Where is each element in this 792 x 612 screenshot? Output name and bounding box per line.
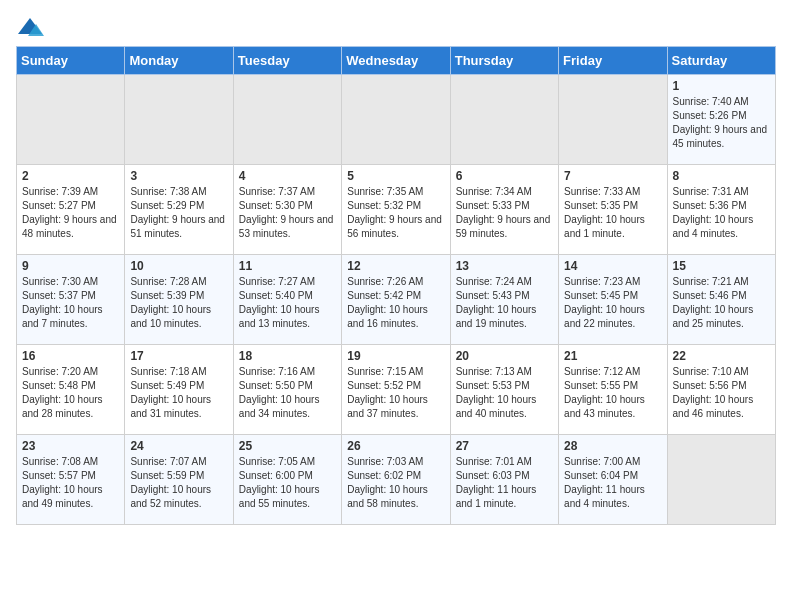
calendar-cell: 5Sunrise: 7:35 AM Sunset: 5:32 PM Daylig… — [342, 165, 450, 255]
day-number: 28 — [564, 439, 661, 453]
day-number: 17 — [130, 349, 227, 363]
day-info: Sunrise: 7:26 AM Sunset: 5:42 PM Dayligh… — [347, 275, 444, 331]
day-number: 21 — [564, 349, 661, 363]
day-number: 8 — [673, 169, 770, 183]
day-of-week-header: Friday — [559, 47, 667, 75]
day-info: Sunrise: 7:01 AM Sunset: 6:03 PM Dayligh… — [456, 455, 553, 511]
day-of-week-header: Sunday — [17, 47, 125, 75]
calendar-cell: 10Sunrise: 7:28 AM Sunset: 5:39 PM Dayli… — [125, 255, 233, 345]
day-number: 26 — [347, 439, 444, 453]
calendar-week-row: 23Sunrise: 7:08 AM Sunset: 5:57 PM Dayli… — [17, 435, 776, 525]
day-number: 3 — [130, 169, 227, 183]
calendar-cell — [342, 75, 450, 165]
day-info: Sunrise: 7:21 AM Sunset: 5:46 PM Dayligh… — [673, 275, 770, 331]
day-of-week-header: Tuesday — [233, 47, 341, 75]
calendar-week-row: 2Sunrise: 7:39 AM Sunset: 5:27 PM Daylig… — [17, 165, 776, 255]
calendar-cell — [17, 75, 125, 165]
day-info: Sunrise: 7:38 AM Sunset: 5:29 PM Dayligh… — [130, 185, 227, 241]
day-number: 9 — [22, 259, 119, 273]
calendar-cell: 2Sunrise: 7:39 AM Sunset: 5:27 PM Daylig… — [17, 165, 125, 255]
calendar-cell: 28Sunrise: 7:00 AM Sunset: 6:04 PM Dayli… — [559, 435, 667, 525]
day-number: 1 — [673, 79, 770, 93]
day-number: 12 — [347, 259, 444, 273]
day-info: Sunrise: 7:39 AM Sunset: 5:27 PM Dayligh… — [22, 185, 119, 241]
calendar-cell: 16Sunrise: 7:20 AM Sunset: 5:48 PM Dayli… — [17, 345, 125, 435]
day-number: 2 — [22, 169, 119, 183]
logo-icon — [16, 16, 44, 38]
day-info: Sunrise: 7:40 AM Sunset: 5:26 PM Dayligh… — [673, 95, 770, 151]
calendar-cell: 3Sunrise: 7:38 AM Sunset: 5:29 PM Daylig… — [125, 165, 233, 255]
day-number: 4 — [239, 169, 336, 183]
calendar-cell: 14Sunrise: 7:23 AM Sunset: 5:45 PM Dayli… — [559, 255, 667, 345]
day-info: Sunrise: 7:13 AM Sunset: 5:53 PM Dayligh… — [456, 365, 553, 421]
day-of-week-header: Thursday — [450, 47, 558, 75]
calendar-cell: 19Sunrise: 7:15 AM Sunset: 5:52 PM Dayli… — [342, 345, 450, 435]
day-info: Sunrise: 7:37 AM Sunset: 5:30 PM Dayligh… — [239, 185, 336, 241]
day-info: Sunrise: 7:15 AM Sunset: 5:52 PM Dayligh… — [347, 365, 444, 421]
day-info: Sunrise: 7:18 AM Sunset: 5:49 PM Dayligh… — [130, 365, 227, 421]
day-number: 13 — [456, 259, 553, 273]
day-number: 11 — [239, 259, 336, 273]
day-info: Sunrise: 7:07 AM Sunset: 5:59 PM Dayligh… — [130, 455, 227, 511]
calendar-week-row: 9Sunrise: 7:30 AM Sunset: 5:37 PM Daylig… — [17, 255, 776, 345]
calendar-cell: 15Sunrise: 7:21 AM Sunset: 5:46 PM Dayli… — [667, 255, 775, 345]
calendar-cell: 27Sunrise: 7:01 AM Sunset: 6:03 PM Dayli… — [450, 435, 558, 525]
calendar-week-row: 16Sunrise: 7:20 AM Sunset: 5:48 PM Dayli… — [17, 345, 776, 435]
day-info: Sunrise: 7:24 AM Sunset: 5:43 PM Dayligh… — [456, 275, 553, 331]
calendar-cell: 9Sunrise: 7:30 AM Sunset: 5:37 PM Daylig… — [17, 255, 125, 345]
calendar-cell: 22Sunrise: 7:10 AM Sunset: 5:56 PM Dayli… — [667, 345, 775, 435]
calendar-cell: 4Sunrise: 7:37 AM Sunset: 5:30 PM Daylig… — [233, 165, 341, 255]
day-info: Sunrise: 7:31 AM Sunset: 5:36 PM Dayligh… — [673, 185, 770, 241]
day-number: 25 — [239, 439, 336, 453]
calendar-cell: 8Sunrise: 7:31 AM Sunset: 5:36 PM Daylig… — [667, 165, 775, 255]
day-info: Sunrise: 7:30 AM Sunset: 5:37 PM Dayligh… — [22, 275, 119, 331]
day-info: Sunrise: 7:27 AM Sunset: 5:40 PM Dayligh… — [239, 275, 336, 331]
header — [16, 16, 776, 38]
calendar-table: SundayMondayTuesdayWednesdayThursdayFrid… — [16, 46, 776, 525]
day-info: Sunrise: 7:23 AM Sunset: 5:45 PM Dayligh… — [564, 275, 661, 331]
calendar-cell: 7Sunrise: 7:33 AM Sunset: 5:35 PM Daylig… — [559, 165, 667, 255]
day-of-week-header: Monday — [125, 47, 233, 75]
day-info: Sunrise: 7:28 AM Sunset: 5:39 PM Dayligh… — [130, 275, 227, 331]
day-number: 24 — [130, 439, 227, 453]
calendar-cell: 12Sunrise: 7:26 AM Sunset: 5:42 PM Dayli… — [342, 255, 450, 345]
day-number: 7 — [564, 169, 661, 183]
day-number: 23 — [22, 439, 119, 453]
calendar-header-row: SundayMondayTuesdayWednesdayThursdayFrid… — [17, 47, 776, 75]
day-of-week-header: Wednesday — [342, 47, 450, 75]
day-number: 10 — [130, 259, 227, 273]
day-of-week-header: Saturday — [667, 47, 775, 75]
calendar-cell: 23Sunrise: 7:08 AM Sunset: 5:57 PM Dayli… — [17, 435, 125, 525]
day-info: Sunrise: 7:16 AM Sunset: 5:50 PM Dayligh… — [239, 365, 336, 421]
day-info: Sunrise: 7:12 AM Sunset: 5:55 PM Dayligh… — [564, 365, 661, 421]
day-number: 22 — [673, 349, 770, 363]
day-info: Sunrise: 7:08 AM Sunset: 5:57 PM Dayligh… — [22, 455, 119, 511]
day-info: Sunrise: 7:35 AM Sunset: 5:32 PM Dayligh… — [347, 185, 444, 241]
calendar-cell: 26Sunrise: 7:03 AM Sunset: 6:02 PM Dayli… — [342, 435, 450, 525]
calendar-week-row: 1Sunrise: 7:40 AM Sunset: 5:26 PM Daylig… — [17, 75, 776, 165]
calendar-cell — [559, 75, 667, 165]
calendar-cell: 13Sunrise: 7:24 AM Sunset: 5:43 PM Dayli… — [450, 255, 558, 345]
day-info: Sunrise: 7:03 AM Sunset: 6:02 PM Dayligh… — [347, 455, 444, 511]
day-number: 5 — [347, 169, 444, 183]
day-info: Sunrise: 7:00 AM Sunset: 6:04 PM Dayligh… — [564, 455, 661, 511]
calendar-cell: 18Sunrise: 7:16 AM Sunset: 5:50 PM Dayli… — [233, 345, 341, 435]
calendar-cell: 20Sunrise: 7:13 AM Sunset: 5:53 PM Dayli… — [450, 345, 558, 435]
day-number: 15 — [673, 259, 770, 273]
day-info: Sunrise: 7:05 AM Sunset: 6:00 PM Dayligh… — [239, 455, 336, 511]
calendar-cell: 24Sunrise: 7:07 AM Sunset: 5:59 PM Dayli… — [125, 435, 233, 525]
day-number: 16 — [22, 349, 119, 363]
day-number: 27 — [456, 439, 553, 453]
calendar-cell — [450, 75, 558, 165]
calendar-cell: 1Sunrise: 7:40 AM Sunset: 5:26 PM Daylig… — [667, 75, 775, 165]
day-number: 20 — [456, 349, 553, 363]
day-info: Sunrise: 7:33 AM Sunset: 5:35 PM Dayligh… — [564, 185, 661, 241]
calendar-cell: 6Sunrise: 7:34 AM Sunset: 5:33 PM Daylig… — [450, 165, 558, 255]
calendar-cell — [125, 75, 233, 165]
calendar-cell: 11Sunrise: 7:27 AM Sunset: 5:40 PM Dayli… — [233, 255, 341, 345]
calendar-cell: 21Sunrise: 7:12 AM Sunset: 5:55 PM Dayli… — [559, 345, 667, 435]
calendar-cell — [233, 75, 341, 165]
calendar-cell — [667, 435, 775, 525]
calendar-cell: 25Sunrise: 7:05 AM Sunset: 6:00 PM Dayli… — [233, 435, 341, 525]
logo — [16, 16, 48, 38]
